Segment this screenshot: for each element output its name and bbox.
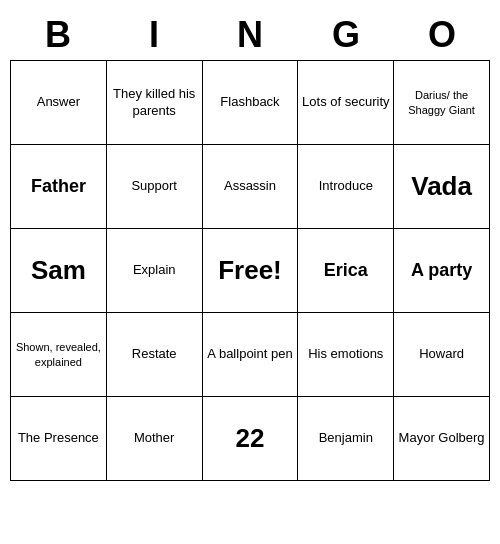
bingo-cell: The Presence: [11, 397, 107, 481]
bingo-cell: Mother: [107, 397, 203, 481]
header-letter: O: [394, 10, 490, 60]
cell-label: Darius/ the Shaggy Giant: [397, 88, 486, 117]
cell-label: Introduce: [319, 178, 373, 195]
bingo-cell: A party: [394, 229, 490, 313]
bingo-card: BINGO AnswerThey killed his parentsFlash…: [10, 10, 490, 481]
bingo-cell: They killed his parents: [107, 61, 203, 145]
cell-label: Erica: [324, 260, 368, 282]
cell-label: Shown, revealed, explained: [14, 340, 103, 369]
cell-label: Restate: [132, 346, 177, 363]
bingo-cell: Introduce: [298, 145, 394, 229]
bingo-cell: Free!: [203, 229, 299, 313]
cell-label: Mother: [134, 430, 174, 447]
bingo-cell: 22: [203, 397, 299, 481]
cell-label: A ballpoint pen: [207, 346, 292, 363]
cell-label: Vada: [411, 171, 472, 202]
cell-label: Mayor Golberg: [399, 430, 485, 447]
cell-label: Sam: [31, 255, 86, 286]
bingo-cell: Benjamin: [298, 397, 394, 481]
cell-label: The Presence: [18, 430, 99, 447]
bingo-cell: Erica: [298, 229, 394, 313]
bingo-cell: Flashback: [203, 61, 299, 145]
cell-label: Explain: [133, 262, 176, 279]
cell-label: Father: [31, 176, 86, 198]
cell-label: His emotions: [308, 346, 383, 363]
bingo-header: BINGO: [10, 10, 490, 60]
bingo-cell: Support: [107, 145, 203, 229]
cell-label: Flashback: [220, 94, 279, 111]
cell-label: Answer: [37, 94, 80, 111]
cell-label: Benjamin: [319, 430, 373, 447]
cell-label: Support: [131, 178, 177, 195]
bingo-cell: Father: [11, 145, 107, 229]
bingo-cell: Answer: [11, 61, 107, 145]
cell-label: Assassin: [224, 178, 276, 195]
bingo-cell: Explain: [107, 229, 203, 313]
cell-label: Free!: [218, 255, 282, 286]
header-letter: I: [106, 10, 202, 60]
cell-label: A party: [411, 260, 472, 282]
cell-label: 22: [236, 423, 265, 454]
bingo-cell: Mayor Golberg: [394, 397, 490, 481]
bingo-cell: Howard: [394, 313, 490, 397]
bingo-cell: Restate: [107, 313, 203, 397]
bingo-cell: Lots of security: [298, 61, 394, 145]
cell-label: Howard: [419, 346, 464, 363]
cell-label: Lots of security: [302, 94, 389, 111]
bingo-cell: Shown, revealed, explained: [11, 313, 107, 397]
bingo-cell: Assassin: [203, 145, 299, 229]
header-letter: B: [10, 10, 106, 60]
bingo-grid: AnswerThey killed his parentsFlashbackLo…: [10, 60, 490, 481]
header-letter: N: [202, 10, 298, 60]
cell-label: They killed his parents: [110, 86, 199, 120]
bingo-cell: Darius/ the Shaggy Giant: [394, 61, 490, 145]
bingo-cell: A ballpoint pen: [203, 313, 299, 397]
header-letter: G: [298, 10, 394, 60]
bingo-cell: His emotions: [298, 313, 394, 397]
bingo-cell: Sam: [11, 229, 107, 313]
bingo-cell: Vada: [394, 145, 490, 229]
